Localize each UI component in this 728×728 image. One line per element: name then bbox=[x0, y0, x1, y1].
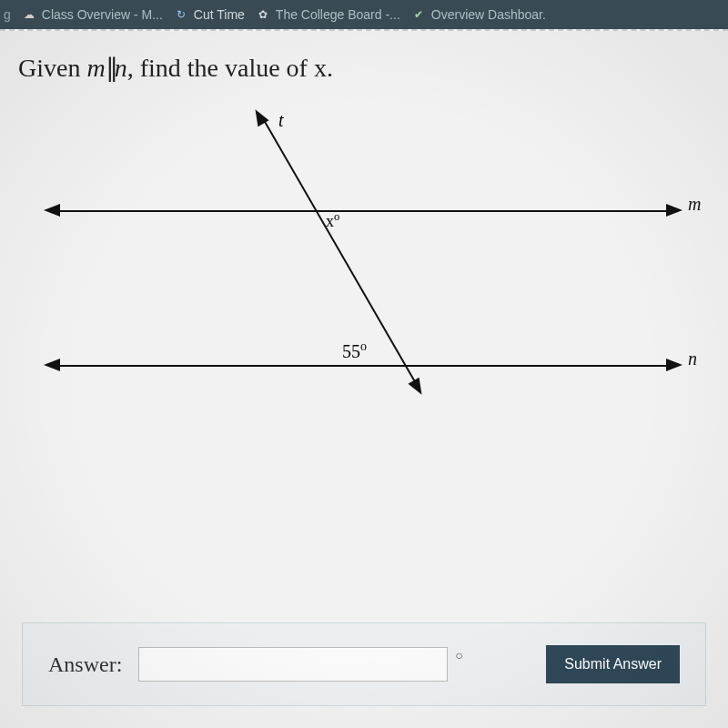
tab-college-board[interactable]: ✿ The College Board -... bbox=[256, 7, 400, 22]
page-viewport: Given mn, find the value of x. m n t xo … bbox=[0, 29, 728, 728]
arrow-left-icon bbox=[44, 359, 60, 371]
cloud-icon: ☁ bbox=[22, 7, 36, 22]
question-prompt: Given mn, find the value of x. bbox=[0, 38, 728, 92]
tab-cut-time[interactable]: ↻ Cut Time bbox=[174, 7, 245, 22]
tab-label: Cut Time bbox=[194, 7, 245, 22]
arrow-right-icon bbox=[666, 204, 682, 217]
browser-tab-bar: g ☁ Class Overview - M... ↻ Cut Time ✿ T… bbox=[0, 0, 728, 29]
answer-label: Answer: bbox=[48, 652, 122, 677]
degree-symbol-icon: o bbox=[360, 339, 367, 353]
tab-label: Class Overview - M... bbox=[42, 7, 163, 22]
line-t-label: t bbox=[278, 110, 284, 131]
prompt-prefix: Given bbox=[18, 54, 86, 82]
answer-input[interactable] bbox=[138, 647, 448, 682]
refresh-icon: ↻ bbox=[174, 7, 188, 22]
line-n-label: n bbox=[688, 349, 697, 369]
tab-class-overview[interactable]: ☁ Class Overview - M... bbox=[22, 7, 163, 22]
line-m bbox=[55, 210, 673, 212]
tab-label: The College Board -... bbox=[276, 7, 400, 22]
arrow-right-icon bbox=[666, 359, 682, 371]
degree-symbol-icon: o bbox=[334, 210, 339, 223]
angle-x-label: xo bbox=[326, 210, 339, 231]
var-m: m bbox=[86, 54, 105, 82]
tab-label: Overview Dashboar. bbox=[431, 7, 546, 22]
prompt-suffix: , find the value of x. bbox=[127, 54, 333, 82]
line-n bbox=[55, 365, 673, 367]
angle-x-var: x bbox=[326, 212, 334, 230]
acorn-icon: ✿ bbox=[256, 7, 270, 22]
line-t bbox=[263, 120, 420, 389]
tab-fragment: g bbox=[4, 7, 11, 22]
geometry-diagram: m n t xo 55o bbox=[18, 101, 710, 483]
check-icon-circle: ✔ bbox=[411, 7, 426, 22]
answer-bar: Answer: ○ Submit Answer bbox=[22, 622, 706, 706]
arrow-down-icon bbox=[408, 378, 427, 399]
arrow-left-icon bbox=[44, 204, 60, 217]
degree-unit-icon: ○ bbox=[455, 649, 462, 663]
line-m-label: m bbox=[688, 194, 701, 215]
parallel-symbol-icon bbox=[106, 53, 115, 83]
angle-known-value: 55 bbox=[342, 341, 360, 361]
tab-overview-dashboard[interactable]: ✔ Overview Dashboar. bbox=[411, 7, 546, 22]
angle-55-label: 55o bbox=[342, 339, 367, 362]
submit-answer-button[interactable]: Submit Answer bbox=[546, 645, 680, 683]
